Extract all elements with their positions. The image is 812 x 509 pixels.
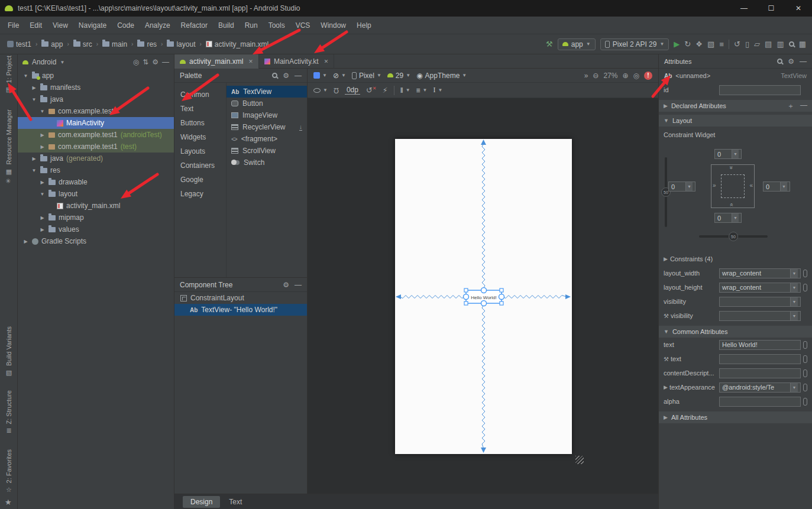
breadcrumb-item-src[interactable]: src	[72, 39, 93, 50]
constraint-connector-right-icon[interactable]: «	[749, 182, 753, 189]
declared-attributes-section[interactable]: ▶ Declared Attributes ＋ —	[659, 100, 812, 112]
palette-item-imageview[interactable]: ImageView	[227, 109, 307, 121]
project-tree-item-manifests[interactable]: ▶manifests	[18, 82, 174, 93]
common-attributes-section[interactable]: ▼ Common Attributes	[659, 326, 812, 338]
palette-category-common[interactable]: Common	[174, 87, 226, 102]
palette-item-scrollview[interactable]: ScrollView	[227, 145, 307, 157]
default-margins-button[interactable]: 0dp	[345, 86, 360, 95]
tree-expand-arrow-icon[interactable]: ▶	[31, 156, 37, 161]
add-attribute-button[interactable]: ＋	[787, 101, 794, 111]
download-icon[interactable]: ↓	[299, 124, 302, 131]
favorites-star-icon[interactable]: ★	[5, 498, 12, 507]
palette-category-widgets[interactable]: Widgets	[174, 130, 226, 144]
palette-category-containers[interactable]: Containers	[174, 158, 226, 173]
layout-inspector-icon[interactable]: ▥	[777, 40, 784, 48]
breadcrumb-item-res[interactable]: res	[136, 39, 158, 50]
palette-category-layouts[interactable]: Layouts	[174, 144, 226, 158]
run-config-dropdown[interactable]: app ▼	[558, 38, 596, 50]
project-tree-item-mipmap[interactable]: ▶mipmap	[18, 212, 174, 223]
settings-gear-icon[interactable]: ⚙	[283, 72, 289, 80]
tree-expand-arrow-icon[interactable]: ▶	[31, 85, 37, 90]
project-view-selector[interactable]: Android	[32, 58, 56, 66]
tree-expand-arrow-icon[interactable]: ▶	[39, 132, 46, 138]
project-tree-item-mainactivity[interactable]: MainActivity	[18, 117, 174, 129]
palette-item-button[interactable]: Button	[227, 98, 307, 109]
attribute-value-field[interactable]: ▼	[719, 297, 801, 307]
menu-item-build[interactable]: Build	[213, 19, 240, 32]
breadcrumb-item-main[interactable]: main	[101, 39, 128, 50]
attribute-value-field[interactable]: ▼	[719, 311, 801, 321]
zoom-to-fit-icon[interactable]: ◎	[633, 72, 639, 80]
tree-collapse-arrow-icon[interactable]: ▼	[31, 97, 37, 102]
project-tree-item-java[interactable]: ▼java	[18, 93, 174, 105]
mode-tab-design[interactable]: Design	[183, 496, 220, 508]
horizontal-bias-knob[interactable]: 50	[729, 232, 738, 241]
constraint-connector-left-icon[interactable]: »	[713, 182, 716, 189]
align-menu[interactable]: ≡ ▼	[416, 86, 428, 95]
apply-changes-icon[interactable]: ↻	[684, 40, 691, 48]
menu-item-navigate[interactable]: Navigate	[73, 19, 112, 32]
zoom-in-icon[interactable]: ⊕	[622, 72, 628, 80]
component-tree-item-constraintlayout[interactable]: ConstraintLayout	[174, 292, 307, 304]
attribute-value-field[interactable]	[719, 354, 801, 364]
autoconnect-off-icon[interactable]: Ω	[334, 86, 339, 95]
menu-item-vcs[interactable]: VCS	[290, 19, 316, 32]
dropdown-arrow-icon[interactable]: ▼	[790, 269, 798, 278]
breadcrumb-item-layout[interactable]: layout	[166, 39, 196, 50]
palette-item-recyclerview[interactable]: RecyclerView↓	[227, 121, 307, 133]
build-hammer-icon[interactable]: ⚒	[546, 40, 553, 48]
tree-expand-arrow-icon[interactable]: ▶	[22, 239, 29, 244]
attribute-value-field[interactable]	[719, 368, 801, 378]
profiler-icon[interactable]: ▧	[707, 40, 714, 48]
avd-manager-icon[interactable]: ▱	[754, 40, 760, 48]
close-tab-icon[interactable]: ✕	[324, 59, 329, 64]
menu-item-analyze[interactable]: Analyze	[140, 19, 176, 32]
tree-expand-arrow-icon[interactable]: ▶	[39, 227, 46, 232]
api-version-selector[interactable]: 29 ▼	[387, 72, 410, 80]
settings-gear-icon[interactable]: ⚙	[152, 58, 158, 66]
tree-expand-arrow-icon[interactable]: ▶	[39, 215, 46, 221]
tree-collapse-arrow-icon[interactable]: ▼	[31, 168, 37, 173]
resource-picker-button[interactable]	[803, 270, 807, 277]
palette-item-fragment[interactable]: <><fragment>	[227, 133, 307, 145]
search-icon[interactable]	[777, 59, 782, 64]
chevron-down-icon[interactable]: ▼	[60, 60, 64, 65]
constraint-connector-bottom-icon[interactable]: »	[728, 203, 735, 207]
guidelines-menu[interactable]: ‖ ▼	[400, 86, 410, 95]
breadcrumb-item-activity-main-xml[interactable]: activity_main.xml	[205, 39, 270, 50]
attribute-value-field[interactable]: @android:style/Te▼	[719, 382, 801, 393]
hide-panel-icon[interactable]: —	[800, 57, 807, 66]
constraints-group-row[interactable]: ▶ Constraints (4)	[659, 252, 812, 266]
dropdown-arrow-icon[interactable]: ▼	[790, 297, 798, 306]
breadcrumb-item-app[interactable]: app	[40, 39, 64, 50]
palette-item-switch[interactable]: Switch	[227, 157, 307, 168]
hide-panel-icon[interactable]: —	[295, 281, 302, 289]
project-tree-item-com-example-test1[interactable]: ▼com.example.test1	[18, 105, 174, 117]
component-tree-item-textview-hello-world[interactable]: AbTextView- "Hello World!"	[174, 304, 307, 316]
attribute-value-field[interactable]: wrap_content▼	[719, 268, 801, 278]
locate-file-icon[interactable]: ◎	[133, 58, 139, 66]
dropdown-arrow-icon[interactable]: ▼	[790, 383, 798, 392]
minimize-button[interactable]: —	[730, 0, 758, 17]
tree-collapse-arrow-icon[interactable]: ▼	[39, 192, 46, 197]
resource-picker-button[interactable]	[803, 369, 807, 377]
palette-category-text[interactable]: Text	[174, 102, 226, 116]
sync-project-icon[interactable]: ↺	[734, 40, 740, 48]
project-tree-item-gradle-scripts[interactable]: ▶Gradle Scripts	[18, 235, 174, 247]
margin-top-dropdown[interactable]: 0▼	[714, 149, 742, 159]
palette-category-legacy[interactable]: Legacy	[174, 187, 226, 201]
project-tree-item-activity-main-xml[interactable]: activity_main.xml	[18, 200, 174, 212]
view-options-menu[interactable]: ▼	[313, 87, 328, 93]
menu-item-refactor[interactable]: Refactor	[176, 19, 213, 32]
dropdown-arrow-icon[interactable]: ▼	[790, 312, 798, 320]
tool-stripe-1-project[interactable]: 1: Project▤	[0, 56, 18, 106]
editor-tab-activity-main-xml[interactable]: activity_main.xml✕	[174, 54, 259, 69]
tool-stripe-resource-manager[interactable]: Resource Manager▦	[0, 109, 18, 179]
hide-panel-icon[interactable]: —	[295, 72, 302, 80]
device-screen-canvas[interactable]	[395, 139, 572, 454]
palette-item-textview[interactable]: AbTextView	[227, 86, 307, 98]
overflow-chevron-icon[interactable]: »	[584, 72, 588, 80]
hide-panel-icon[interactable]: —	[162, 58, 169, 66]
project-tree-item-values[interactable]: ▶values	[18, 223, 174, 235]
maximize-button[interactable]: ☐	[758, 0, 785, 17]
